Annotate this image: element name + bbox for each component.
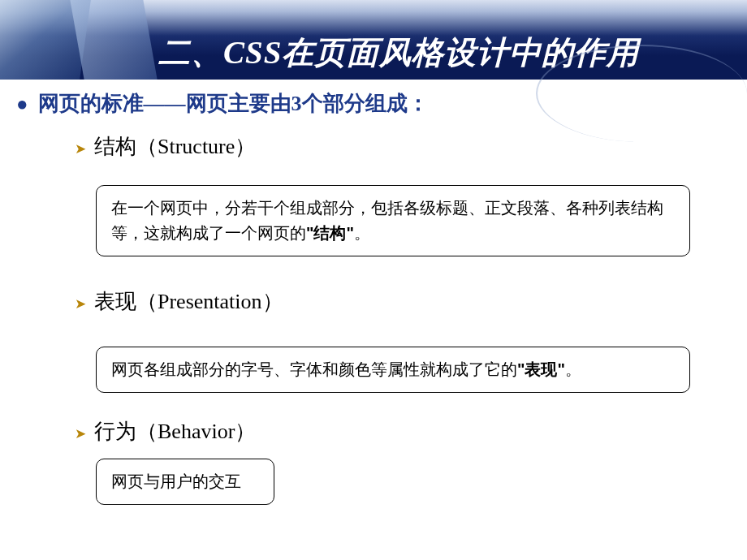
section-heading: ➤ 表现（Presentation） (75, 287, 731, 316)
section-heading: ➤ 行为（Behavior） (75, 417, 731, 446)
section-tail: 。 (565, 360, 581, 378)
section-emphasis: "表现" (517, 360, 565, 378)
section-behavior: ➤ 行为（Behavior） 网页与用户的交互 (75, 417, 731, 505)
section-heading-text: 表现（Presentation） (94, 287, 283, 316)
section-heading-text: 行为（Behavior） (94, 417, 256, 446)
section-structure: ➤ 结构（Structure） 在一个网页中，分若干个组成部分，包括各级标题、正… (75, 132, 731, 256)
bullet-icon: ● (16, 94, 28, 114)
section-description-text: 网页各组成部分的字号、字体和颜色等属性就构成了它的 (111, 360, 517, 378)
arrow-icon: ➤ (75, 425, 86, 442)
section-presentation: ➤ 表现（Presentation） 网页各组成部分的字号、字体和颜色等属性就构… (75, 287, 731, 393)
main-point: ● 网页的标准——网页主要由3个部分组成： (16, 89, 731, 118)
section-description-box: 网页各组成部分的字号、字体和颜色等属性就构成了它的"表现"。 (96, 347, 690, 393)
main-point-text: 网页的标准——网页主要由3个部分组成： (38, 89, 429, 118)
arrow-icon: ➤ (75, 295, 86, 312)
header-decoration-right (70, 0, 157, 80)
section-heading-text: 结构（Structure） (94, 132, 256, 161)
section-heading: ➤ 结构（Structure） (75, 132, 731, 161)
section-description-text: 在一个网页中，分若干个组成部分，包括各级标题、正文段落、各种列表结构等，这就构成… (111, 199, 663, 242)
slide-content: ● 网页的标准——网页主要由3个部分组成： ➤ 结构（Structure） 在一… (0, 89, 747, 515)
section-description-box: 在一个网页中，分若干个组成部分，包括各级标题、正文段落、各种列表结构等，这就构成… (96, 185, 690, 256)
section-description-text: 网页与用户的交互 (111, 472, 241, 490)
arrow-icon: ➤ (75, 140, 86, 157)
section-description-box: 网页与用户的交互 (96, 459, 274, 505)
section-emphasis: "结构" (306, 224, 354, 242)
section-tail: 。 (354, 224, 370, 242)
